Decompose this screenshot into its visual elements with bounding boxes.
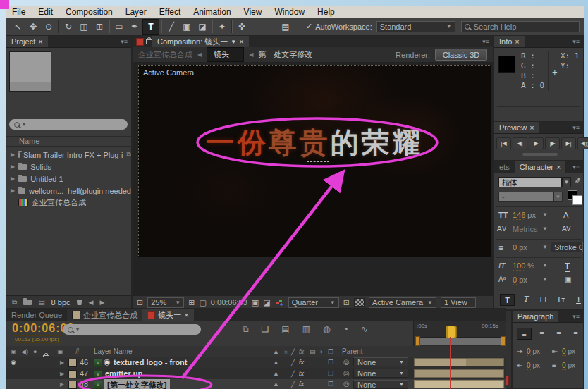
pickwhip-icon[interactable]: ◎ — [343, 380, 350, 388]
audio-toggle-button[interactable]: ◀)) — [577, 137, 588, 149]
time-ruler[interactable]: :00s 00:15s — [413, 321, 506, 346]
tab-shot-timeline[interactable]: 镜头一 × — [142, 309, 193, 321]
tab-render-queue[interactable]: Render Queue — [6, 309, 67, 321]
indent-left-value[interactable]: 0px — [527, 347, 540, 355]
tab-project[interactable]: Project × — [6, 36, 48, 47]
layer-name-column-header[interactable]: Layer Name — [94, 347, 132, 355]
work-area-start-handle[interactable] — [415, 336, 420, 346]
list-item[interactable]: ▶ Solids — [6, 161, 131, 173]
region-of-interest-icon[interactable]: ▢ — [199, 298, 206, 307]
delete-icon[interactable] — [77, 299, 82, 305]
transparency-grid-icon[interactable] — [354, 298, 365, 307]
breadcrumb-root[interactable]: 企业宣传总合成 — [138, 49, 192, 60]
expand-icon[interactable]: ▶ — [60, 381, 64, 388]
font-size-value[interactable]: 146px — [513, 211, 536, 219]
parent-column-header[interactable]: Parent — [342, 347, 362, 355]
parent-dropdown[interactable]: None ▼ — [353, 369, 408, 378]
expand-icon[interactable]: ▶ — [11, 175, 15, 182]
left-arrow-icon[interactable]: ◀ — [89, 299, 94, 306]
shape-tool-icon[interactable]: ▭ — [111, 20, 127, 34]
comp-mini-flowchart-icon[interactable]: ⧉ — [243, 324, 249, 334]
expand-icon[interactable]: ▶ — [60, 371, 64, 377]
last-frame-button[interactable]: ▶| — [561, 137, 576, 149]
fx-toggle[interactable]: fx — [299, 370, 304, 377]
hand-tool-icon[interactable]: ✥ — [25, 20, 41, 34]
list-item[interactable]: 企业宣传总合成 — [6, 197, 131, 209]
text-anchor-box[interactable] — [307, 161, 329, 178]
shy-toggle[interactable]: ▲ — [273, 381, 279, 388]
faux-bold-button[interactable]: T — [500, 294, 515, 306]
panel-menu-icon[interactable]: ▾≡ — [569, 311, 583, 322]
panel-menu-icon[interactable]: ▾≡ — [569, 36, 583, 47]
puppet-pin-tool-icon[interactable]: ✜ — [234, 20, 250, 34]
table-row[interactable]: ▶ 48 v [第一处文字修改] ▲ ╱ fx ❒ ◎ None ▼ — [6, 379, 506, 389]
close-icon[interactable]: × — [529, 123, 534, 132]
lock-icon[interactable] — [146, 39, 152, 44]
expand-icon[interactable]: ▶ — [11, 163, 15, 170]
breadcrumb-leaf[interactable]: 第一处文字修改 — [258, 49, 312, 60]
layer-duration-bar[interactable] — [414, 369, 504, 378]
faux-italic-button[interactable]: T — [519, 294, 532, 304]
pickwhip-icon[interactable]: ◎ — [343, 369, 350, 377]
composition-view[interactable]: Active Camera 一份尊贵的荣耀 — [138, 65, 491, 257]
table-row[interactable]: ◉ ▶ 46 v ◉ textured logo - front ▲ ╱ fx … — [6, 357, 506, 369]
indent-right-value[interactable]: 0px — [562, 347, 575, 355]
motion-blur-icon[interactable]: ◍ — [323, 324, 330, 334]
layer-duration-bar[interactable] — [414, 380, 504, 388]
zoom-tool-icon[interactable]: ⊙ — [41, 20, 56, 34]
list-item[interactable]: ▶ Slam Trailer Intro FX + Plug-i ⧉ — [6, 149, 131, 161]
graph-editor-icon[interactable]: ∿ — [361, 324, 368, 334]
hide-shy-layers-icon[interactable]: ▤ — [281, 324, 289, 334]
viewer-timecode[interactable]: 0:00:06:03 — [211, 298, 247, 307]
project-search-input[interactable]: ▾ — [9, 119, 128, 130]
superscript-button[interactable]: T — [572, 294, 585, 304]
tab-character[interactable]: Character × — [515, 161, 566, 173]
autoworkspace-checkbox[interactable]: ✓ — [306, 22, 312, 31]
layer-label-color[interactable] — [68, 370, 77, 378]
menu-edit[interactable]: Edit — [32, 7, 59, 17]
close-icon[interactable]: × — [239, 37, 243, 46]
resolution-dropdown[interactable]: Quarter ▼ — [288, 297, 339, 308]
roto-brush-tool-icon[interactable]: ✦ — [214, 20, 230, 34]
next-frame-button[interactable]: |▶ — [545, 137, 560, 149]
all-caps-button[interactable]: TT — [537, 294, 550, 304]
chevron-down-icon[interactable]: ▼ — [231, 39, 236, 45]
pan-behind-tool-icon[interactable]: ⊞ — [92, 20, 107, 34]
menu-view[interactable]: View — [238, 7, 269, 17]
tab-composition[interactable]: Composition: 镜头一 ▼ × — [152, 36, 249, 47]
expand-icon[interactable]: ▶ — [11, 187, 15, 194]
threed-toggle[interactable]: ❒ — [328, 359, 333, 366]
menu-file[interactable]: File — [6, 7, 32, 17]
eyedropper-icon[interactable]: ✎ — [572, 178, 582, 184]
stroke-width-value[interactable]: 0px — [513, 243, 527, 252]
space-before-value[interactable]: 0px — [562, 362, 575, 369]
timeline-search-input[interactable]: ▾ — [63, 324, 201, 335]
new-composition-icon[interactable]: ▤ — [38, 298, 44, 306]
close-icon[interactable]: × — [515, 37, 519, 46]
breadcrumb-current[interactable]: 镜头一 — [207, 47, 244, 62]
new-folder-icon[interactable] — [23, 300, 32, 305]
chevron-down-icon[interactable]: ▼ — [542, 244, 548, 250]
show-snapshot-icon[interactable]: ◪ — [263, 298, 270, 307]
target-region-icon[interactable]: ⊡ — [343, 298, 350, 307]
align-right-button[interactable]: ≡ — [552, 328, 565, 338]
panel-menu-icon[interactable]: ▾≡ — [569, 122, 583, 133]
layer-duration-bar[interactable] — [414, 358, 504, 366]
view-dropdown[interactable]: Active Camera ▼ — [369, 297, 436, 308]
first-frame-button[interactable]: |◀ — [496, 137, 511, 149]
parent-dropdown[interactable]: None ▼ — [353, 380, 408, 389]
interpret-footage-icon[interactable]: ⧉ — [12, 298, 17, 307]
vertical-scale-value[interactable]: 100% — [513, 261, 534, 270]
menu-effect[interactable]: Effect — [153, 7, 187, 17]
show-channel-icon[interactable] — [275, 299, 284, 307]
renderer-button[interactable]: Classic 3D — [435, 49, 487, 61]
list-item[interactable]: ▶ wellcom..._hell(plugin needed — [6, 185, 131, 197]
tab-preview[interactable]: Preview × — [494, 122, 539, 133]
layer-name[interactable]: emitter up — [105, 369, 142, 378]
current-time-indicator[interactable] — [446, 326, 457, 338]
menu-help[interactable]: Help — [311, 7, 341, 17]
panel-menu-icon[interactable]: ▾≡ — [117, 36, 131, 47]
tab-comp-timeline[interactable]: 企业宣传总合成 — [67, 309, 142, 321]
parent-dropdown[interactable]: None ▼ — [353, 357, 408, 366]
snapshot-icon[interactable]: ▣ — [252, 298, 259, 307]
